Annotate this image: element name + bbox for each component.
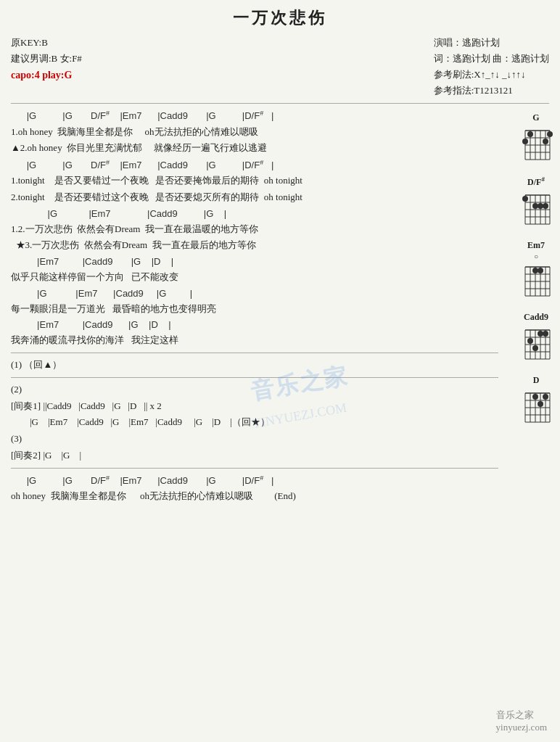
chord-em7: Em7 ○ — [519, 240, 553, 299]
svg-point-28 — [538, 203, 543, 209]
chord-g-label: G — [532, 112, 539, 123]
chord-line-5: |G |Em7 |Cadd9 |G | — [11, 287, 498, 302]
chord-cadd9-label: Cadd9 — [524, 312, 548, 323]
lyric-line-1b: ▲2.oh honey 你目光里充满忧郁 就像经历一遍飞行难以逃避 — [11, 141, 498, 156]
chord-df#: D/F# — [519, 176, 553, 227]
performer-info: 演唱：逃跑计划 — [434, 35, 549, 51]
chord-em7-grid — [519, 261, 553, 299]
lyric-repeat1: (1) （回▲） — [11, 358, 498, 373]
section-repeat1: (1) （回▲） — [11, 358, 498, 373]
chord-cadd9-grid — [519, 324, 553, 362]
svg-point-54 — [527, 338, 533, 344]
svg-point-71 — [543, 394, 548, 400]
capo-info: capo:4 play:G — [11, 67, 82, 84]
suggestion-info: 建议男调:B 女:F# — [11, 51, 82, 67]
meta-left: 原KEY:B 建议男调:B 女:F# capo:4 play:G — [11, 35, 82, 99]
lyric-line-5: 每一颗眼泪是一万道光 最昏暗的地方也变得明亮 — [11, 302, 498, 317]
chord-line-3: |G |Em7 |Cadd9 |G | — [11, 207, 498, 222]
fingering-info: 参考指法:T1213121 — [434, 83, 549, 99]
chord-d: D — [519, 375, 553, 425]
section-4: |Em7 |Cadd9 |G |D | 似乎只能这样停留一个方向 已不能改变 — [11, 255, 498, 285]
lyric-section2: (2) — [11, 382, 498, 397]
chord-em7-open: ○ — [534, 252, 538, 260]
svg-point-27 — [532, 203, 538, 209]
chord-line-2: |G |G D/F# |Em7 |Cadd9 |G |D/F# | — [11, 157, 498, 173]
lyric-line-2a: 1.tonight 是否又要错过一个夜晚 是否还要掩饰最后的期待 oh toni… — [11, 173, 498, 189]
lyric-line-1a: 1.oh honey 我脑海里全都是你 oh无法抗拒的心情难以嗯吸 — [11, 125, 498, 140]
chord-em7-label: Em7 — [527, 240, 545, 251]
lyric-section3: (3) — [11, 432, 498, 447]
svg-point-70 — [538, 401, 543, 407]
lyric-interlude1: [间奏1] ||Cadd9 |Cadd9 |G |D || x 2 — [11, 399, 498, 414]
lyric-final: oh honey 我脑海里全都是你 oh无法抗拒的心情难以嗯吸 (End) — [11, 489, 498, 504]
chord-d-label: D — [533, 375, 540, 386]
svg-point-42 — [538, 268, 543, 273]
section-3: |G |Em7 |Cadd9 |G | 1.2.一万次悲伤 依然会有Dream … — [11, 207, 498, 253]
meta-section: 原KEY:B 建议男调:B 女:F# capo:4 play:G 演唱：逃跑计划… — [11, 35, 549, 99]
svg-point-26 — [522, 196, 528, 202]
chord-d-grid — [519, 387, 553, 425]
lyric-interlude1b: |G |Em7 |Cadd9 |G |Em7 |Cadd9 |G |D |（回★… — [11, 415, 498, 430]
divider-mid1 — [11, 353, 498, 353]
divider-mid2 — [11, 377, 498, 378]
svg-point-69 — [532, 394, 538, 400]
divider-mid3 — [11, 468, 498, 469]
footer-logo: 音乐之家yinyuezj.com — [496, 709, 547, 733]
key-info: 原KEY:B — [11, 35, 82, 51]
chord-df#-label: D/F# — [527, 176, 545, 188]
section-final: |G |G D/F# |Em7 |Cadd9 |G |D/F# | oh hon… — [11, 473, 498, 504]
section-5: |G |Em7 |Cadd9 |G | 每一颗眼泪是一万道光 最昏暗的地方也变得… — [11, 287, 498, 317]
lyric-interlude2: [间奏2] |G |G | — [11, 448, 498, 463]
chord-line-4: |Em7 |Cadd9 |G |D | — [11, 255, 498, 270]
svg-point-57 — [532, 345, 538, 351]
lyric-line-2b: 2.tonight 是否还要错过这个夜晚 是否还要熄灭所有的期待 oh toni… — [11, 190, 498, 205]
section-interlude: (2) [间奏1] ||Cadd9 |Cadd9 |G |D || x 2 |G… — [11, 382, 498, 430]
chord-line-6: |Em7 |Cadd9 |G |D | — [11, 318, 498, 333]
chord-line-final: |G |G D/F# |Em7 |Cadd9 |G |D/F# | — [11, 473, 498, 489]
section-interlude2: (3) [间奏2] |G |G | — [11, 432, 498, 463]
lyric-line-3b: ★3.一万次悲伤 依然会有Dream 我一直在最后的地方等你 — [11, 238, 498, 253]
svg-point-56 — [543, 331, 548, 337]
lyricist-info: 词：逃跑计划 曲：逃跑计划 — [434, 51, 549, 67]
section-2: |G |G D/F# |Em7 |Cadd9 |G |D/F# | 1.toni… — [11, 157, 498, 205]
svg-point-55 — [538, 331, 543, 337]
footer-text: 音乐之家yinyuezj.com — [496, 709, 547, 733]
chord-cadd9: Cadd9 — [519, 312, 553, 362]
svg-point-11 — [522, 139, 528, 144]
lyric-line-3a: 1.2.一万次悲伤 依然会有Dream 我一直在最温暖的地方等你 — [11, 222, 498, 237]
svg-point-13 — [547, 131, 553, 137]
chord-diagrams: G — [519, 112, 553, 425]
chord-df#-grid — [519, 189, 553, 227]
lyric-line-6: 我奔涌的暖流寻找你的海洋 我注定这样 — [11, 333, 498, 348]
svg-point-14 — [543, 139, 548, 144]
svg-point-12 — [527, 131, 533, 137]
chord-g-grid — [519, 125, 553, 162]
svg-point-41 — [532, 268, 538, 273]
meta-right: 演唱：逃跑计划 词：逃跑计划 曲：逃跑计划 参考刷法:X↑_↑↓ _↓↑↑↓ 参… — [434, 35, 549, 99]
chord-line-1: |G |G D/F# |Em7 |Cadd9 |G |D/F# | — [11, 108, 498, 124]
lyric-line-4: 似乎只能这样停留一个方向 已不能改变 — [11, 270, 498, 285]
divider-top — [11, 103, 549, 104]
section-1: |G |G D/F# |Em7 |Cadd9 |G |D/F# | 1.oh h… — [11, 108, 498, 156]
section-6: |Em7 |Cadd9 |G |D | 我奔涌的暖流寻找你的海洋 我注定这样 — [11, 318, 498, 348]
strumming-info: 参考刷法:X↑_↑↓ _↓↑↑↓ — [434, 67, 549, 83]
main-content: |G |G D/F# |Em7 |Cadd9 |G |D/F# | 1.oh h… — [11, 108, 549, 503]
page: 一万次悲伤 原KEY:B 建议男调:B 女:F# capo:4 play:G 演… — [0, 0, 560, 742]
chord-g: G — [519, 112, 553, 162]
svg-point-29 — [543, 203, 548, 209]
page-title: 一万次悲伤 — [11, 7, 549, 29]
